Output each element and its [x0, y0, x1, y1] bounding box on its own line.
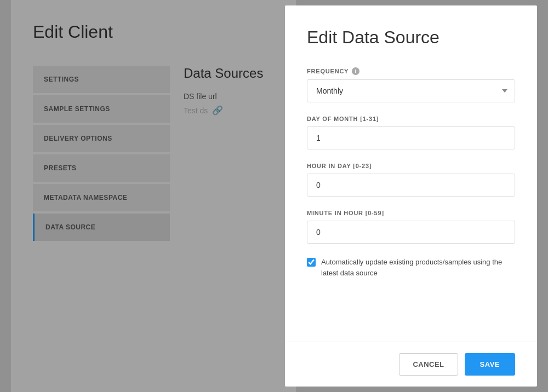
- modal-title: Edit Data Source: [307, 27, 515, 48]
- frequency-info-icon[interactable]: i: [352, 67, 359, 75]
- auto-update-checkbox[interactable]: [307, 258, 316, 267]
- day-of-month-label: DAY OF MONTH [1-31]: [307, 116, 515, 122]
- cancel-button[interactable]: CANCEL: [399, 353, 458, 376]
- day-of-month-input[interactable]: [307, 126, 515, 149]
- hour-in-day-input[interactable]: [307, 174, 515, 197]
- frequency-select[interactable]: Monthly Weekly Daily Hourly: [307, 79, 515, 102]
- hour-in-day-label: HOUR IN DAY [0-23]: [307, 163, 515, 169]
- modal-body: Edit Data Source FREQUENCY i Monthly Wee…: [285, 5, 537, 342]
- auto-update-row: Automatically update existing products/s…: [307, 257, 515, 278]
- minute-in-hour-label: MINUTE IN HOUR [0-59]: [307, 210, 515, 216]
- edit-data-source-modal: Edit Data Source FREQUENCY i Monthly Wee…: [285, 5, 537, 387]
- hour-in-day-group: HOUR IN DAY [0-23]: [307, 163, 515, 197]
- auto-update-label: Automatically update existing products/s…: [321, 257, 515, 278]
- save-button[interactable]: SAVE: [465, 353, 515, 376]
- modal-footer: CANCEL SAVE: [285, 342, 537, 387]
- frequency-select-wrapper: Monthly Weekly Daily Hourly: [307, 79, 515, 102]
- frequency-group: FREQUENCY i Monthly Weekly Daily Hourly: [307, 67, 515, 102]
- day-of-month-group: DAY OF MONTH [1-31]: [307, 116, 515, 149]
- minute-in-hour-group: MINUTE IN HOUR [0-59]: [307, 210, 515, 244]
- minute-in-hour-input[interactable]: [307, 221, 515, 244]
- frequency-label: FREQUENCY i: [307, 67, 515, 75]
